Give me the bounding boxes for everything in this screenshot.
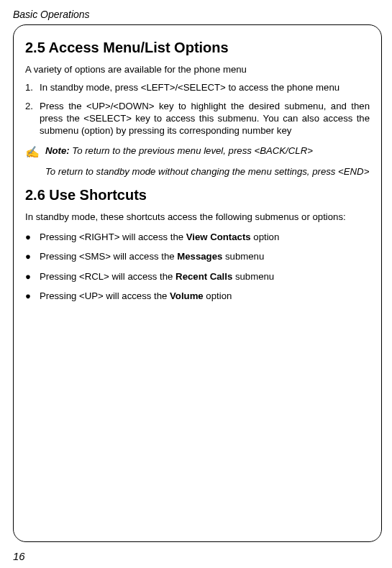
content-frame: 2.5 Access Menu/List Options A variety o…: [13, 24, 382, 542]
list-item: ● Pressing <RCL> will access the Recent …: [25, 270, 370, 283]
section-heading-2-6: 2.6 Use Shortcuts: [25, 187, 370, 203]
list-item: ● Pressing <RIGHT> will access the View …: [25, 231, 370, 243]
bullet-text: Pressing <RCL> will access the Recent Ca…: [40, 270, 370, 283]
ordered-steps: 1. In standby mode, press <LEFT>/<SELECT…: [25, 81, 370, 137]
section-intro: A variety of options are available for t…: [25, 63, 370, 75]
bullet-bold: Messages: [177, 251, 222, 262]
chapter-header: Basic Operations: [13, 9, 382, 20]
step-number: 2.: [25, 100, 40, 137]
bullet-pre: Pressing <UP> will access the: [40, 290, 170, 301]
section-intro: In standby mode, these shortcuts access …: [25, 211, 370, 223]
bullet-pre: Pressing <RIGHT> will access the: [40, 232, 186, 242]
bullet-text: Pressing <SMS> will access the Messages …: [40, 250, 370, 262]
list-item: ● Pressing <SMS> will access the Message…: [25, 250, 370, 262]
step-text: In standby mode, press <LEFT>/<SELECT> t…: [40, 81, 370, 93]
step-item: 1. In standby mode, press <LEFT>/<SELECT…: [25, 81, 370, 93]
bullet-list: ● Pressing <RIGHT> will access the View …: [25, 231, 370, 303]
write-icon: ✍: [25, 145, 45, 160]
bullet-pre: Pressing <RCL> will access the: [40, 271, 176, 282]
bullet-post: option: [204, 290, 232, 301]
step-number: 1.: [25, 81, 40, 93]
note-body: Note: To return to the previous menu lev…: [45, 145, 370, 160]
list-item: ● Pressing <UP> will access the Volume o…: [25, 290, 370, 302]
bullet-bold: Volume: [170, 290, 204, 301]
page-number: 16: [13, 550, 25, 562]
page: Basic Operations 2.5 Access Menu/List Op…: [0, 0, 392, 568]
bullet-icon: ●: [25, 231, 40, 243]
bullet-bold: View Contacts: [186, 232, 251, 242]
bullet-post: option: [251, 232, 280, 242]
step-item: 2. Press the <UP>/<DOWN> key to highligh…: [25, 100, 370, 137]
note-text: To return to the previous menu level, pr…: [70, 145, 313, 156]
step-text: Press the <UP>/<DOWN> key to highlight t…: [40, 100, 370, 137]
bullet-icon: ●: [25, 250, 40, 262]
bullet-icon: ●: [25, 290, 40, 302]
note-label: Note:: [45, 145, 70, 156]
bullet-post: submenu: [222, 251, 264, 262]
note-block: ✍ Note: To return to the previous menu l…: [25, 145, 370, 160]
bullet-text: Pressing <UP> will access the Volume opt…: [40, 290, 370, 302]
bullet-text: Pressing <RIGHT> will access the View Co…: [40, 231, 370, 243]
note-continuation: To return to standby mode without changi…: [45, 165, 370, 178]
section-heading-2-5: 2.5 Access Menu/List Options: [25, 40, 370, 56]
bullet-pre: Pressing <SMS> will access the: [40, 251, 177, 262]
bullet-icon: ●: [25, 270, 40, 283]
bullet-post: submenu: [232, 271, 274, 282]
bullet-bold: Recent Calls: [176, 271, 232, 282]
